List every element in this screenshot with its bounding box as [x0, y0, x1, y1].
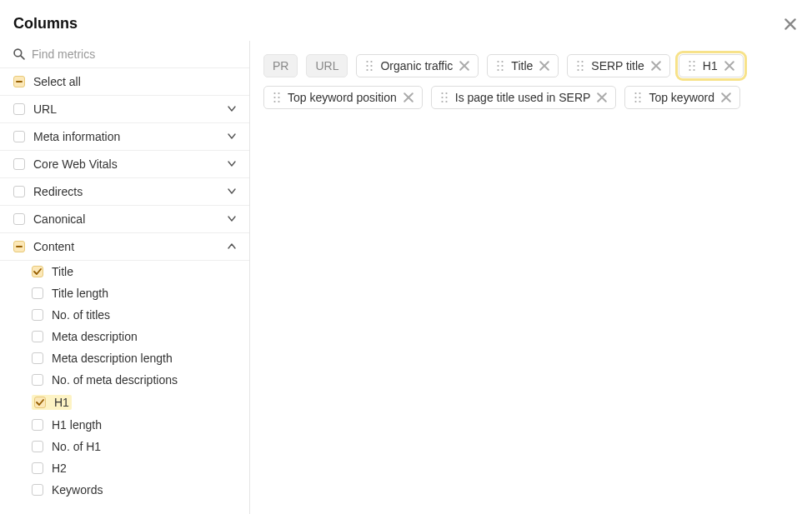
chip-label: PR — [273, 59, 288, 72]
columns-modal: Columns Select all URLMeta informationCo… — [0, 0, 812, 514]
group-checkbox[interactable] — [13, 103, 25, 115]
content-item[interactable]: H2 — [0, 457, 249, 479]
grip-icon[interactable] — [365, 60, 373, 72]
chip[interactable]: Top keyword — [624, 86, 740, 109]
modal-body: Select all URLMeta informationCore Web V… — [0, 41, 812, 514]
remove-chip-icon[interactable] — [724, 61, 734, 71]
content-item[interactable]: No. of titles — [0, 304, 249, 326]
chip[interactable]: Is page title used in SERP — [431, 86, 617, 109]
content-item-label: Meta description length — [52, 352, 173, 365]
group-checkbox[interactable] — [13, 131, 25, 142]
close-icon — [784, 18, 796, 30]
content-item[interactable]: Meta description — [0, 326, 249, 347]
content-item-checkbox[interactable] — [32, 266, 43, 277]
chip[interactable]: SERP title — [567, 54, 670, 77]
chevron-down-icon — [228, 215, 236, 223]
content-item-label: Meta description — [52, 330, 138, 343]
grip-icon[interactable] — [576, 60, 584, 72]
group-checkbox[interactable] — [13, 213, 25, 225]
content-item[interactable]: Meta description length — [0, 347, 249, 369]
select-all-checkbox[interactable] — [13, 76, 25, 87]
select-all-label: Select all — [33, 75, 81, 88]
main-panel: PRURLOrganic trafficTitleSERP titleH1Top… — [250, 41, 812, 514]
search-input[interactable] — [32, 47, 236, 61]
content-item-checkbox[interactable] — [32, 352, 43, 364]
grip-icon[interactable] — [496, 60, 504, 72]
chip-label: H1 — [703, 59, 718, 72]
content-item-checkbox[interactable] — [32, 331, 43, 342]
chip-label: Top keyword — [649, 91, 714, 104]
content-item-checkbox[interactable] — [32, 374, 43, 386]
content-item[interactable]: H1 length — [0, 414, 249, 436]
chip[interactable]: H1 — [679, 54, 744, 77]
search-row — [0, 41, 249, 68]
content-item-label: Keywords — [52, 483, 103, 497]
chip-label: Title — [511, 59, 533, 72]
chevron-up-icon — [228, 242, 236, 251]
select-all-row[interactable]: Select all — [0, 68, 249, 96]
modal-title: Columns — [13, 15, 78, 32]
content-item[interactable]: Keywords — [0, 479, 249, 501]
content-item[interactable]: H1 — [0, 391, 249, 414]
remove-chip-icon[interactable] — [539, 61, 549, 71]
group-label: URL — [33, 102, 57, 116]
chip[interactable]: Organic traffic — [356, 54, 479, 77]
content-item-label: Title length — [52, 287, 108, 300]
group-row[interactable]: Core Web Vitals — [0, 151, 249, 178]
group-row[interactable]: Redirects — [0, 178, 249, 206]
grip-icon[interactable] — [440, 92, 449, 103]
group-content-checkbox[interactable] — [13, 241, 25, 252]
content-item-checkbox[interactable] — [32, 287, 43, 299]
chip-label: Top keyword position — [288, 91, 397, 104]
content-item-checkbox[interactable] — [34, 397, 46, 408]
group-row[interactable]: Meta information — [0, 123, 249, 151]
chip-label: SERP title — [591, 59, 644, 72]
chip-label: Is page title used in SERP — [455, 91, 591, 104]
chip-label: Organic traffic — [380, 59, 453, 72]
content-item-checkbox[interactable] — [32, 462, 43, 474]
check-icon — [33, 267, 42, 276]
chevron-down-icon — [228, 132, 236, 141]
chips-container: PRURLOrganic trafficTitleSERP titleH1Top… — [263, 54, 799, 109]
chip[interactable]: Title — [487, 54, 559, 77]
content-item[interactable]: Title — [0, 261, 249, 282]
content-item-label: No. of meta descriptions — [52, 373, 178, 387]
group-row[interactable]: Canonical — [0, 206, 249, 233]
group-label: Redirects — [33, 185, 83, 198]
chevron-down-icon — [228, 160, 236, 168]
grip-icon[interactable] — [688, 60, 696, 72]
grip-icon[interactable] — [273, 92, 281, 103]
content-item[interactable]: No. of H1 — [0, 436, 249, 457]
remove-chip-icon[interactable] — [721, 92, 731, 102]
content-item[interactable]: No. of meta descriptions — [0, 369, 249, 391]
content-item-label: H1 length — [52, 418, 102, 432]
remove-chip-icon[interactable] — [597, 92, 607, 102]
content-item[interactable]: Title length — [0, 282, 249, 304]
content-item-checkbox[interactable] — [32, 484, 43, 496]
content-item-label: No. of H1 — [52, 440, 101, 453]
chip[interactable]: Top keyword position — [263, 86, 423, 109]
group-row[interactable]: URL — [0, 96, 249, 123]
group-label: Meta information — [33, 130, 120, 143]
group-checkbox[interactable] — [13, 186, 25, 197]
modal-header: Columns — [0, 0, 812, 41]
chevron-down-icon — [228, 105, 236, 113]
sidebar: Select all URLMeta informationCore Web V… — [0, 41, 250, 514]
remove-chip-icon[interactable] — [403, 92, 414, 102]
remove-chip-icon[interactable] — [459, 61, 469, 71]
grip-icon[interactable] — [634, 92, 642, 103]
group-label: Core Web Vitals — [33, 157, 118, 171]
group-checkbox[interactable] — [13, 158, 25, 170]
remove-chip-icon[interactable] — [651, 61, 661, 71]
content-item-checkbox[interactable] — [32, 309, 43, 321]
content-item-checkbox[interactable] — [32, 419, 43, 431]
search-icon — [13, 48, 25, 60]
close-button[interactable] — [782, 16, 799, 32]
content-item-label: H1 — [54, 396, 69, 409]
content-item-checkbox[interactable] — [32, 441, 43, 452]
content-item-label: Title — [52, 265, 73, 278]
chip-locked: PR — [263, 54, 298, 77]
check-icon — [36, 398, 44, 407]
chevron-down-icon — [228, 187, 236, 196]
group-content[interactable]: Content — [0, 233, 249, 261]
